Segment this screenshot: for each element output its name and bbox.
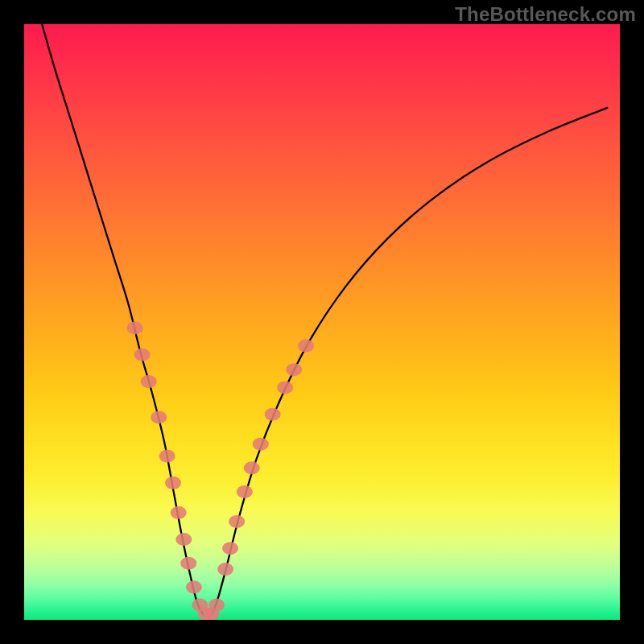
bottleneck-chart <box>24 24 620 620</box>
chart-frame: TheBottleneck.com <box>0 0 644 644</box>
data-marker <box>134 349 151 361</box>
data-marker <box>253 438 269 451</box>
data-marker <box>286 363 302 376</box>
data-marker <box>141 375 157 388</box>
data-marker <box>180 557 196 570</box>
data-marker <box>265 408 281 421</box>
data-marker <box>298 340 314 353</box>
data-marker <box>159 450 175 463</box>
data-marker <box>175 533 192 546</box>
data-marker <box>277 381 293 394</box>
data-marker <box>222 542 238 555</box>
data-marker <box>208 599 225 612</box>
data-marker <box>151 411 167 423</box>
data-marker <box>217 563 233 576</box>
data-marker <box>171 506 187 519</box>
data-marker <box>237 485 253 498</box>
chart-plot <box>24 24 620 620</box>
data-marker <box>186 580 202 593</box>
data-marker <box>165 477 181 489</box>
data-marker <box>244 461 260 474</box>
data-marker <box>127 321 143 334</box>
watermark-text: TheBottleneck.com <box>455 3 636 26</box>
data-marker <box>229 515 245 528</box>
